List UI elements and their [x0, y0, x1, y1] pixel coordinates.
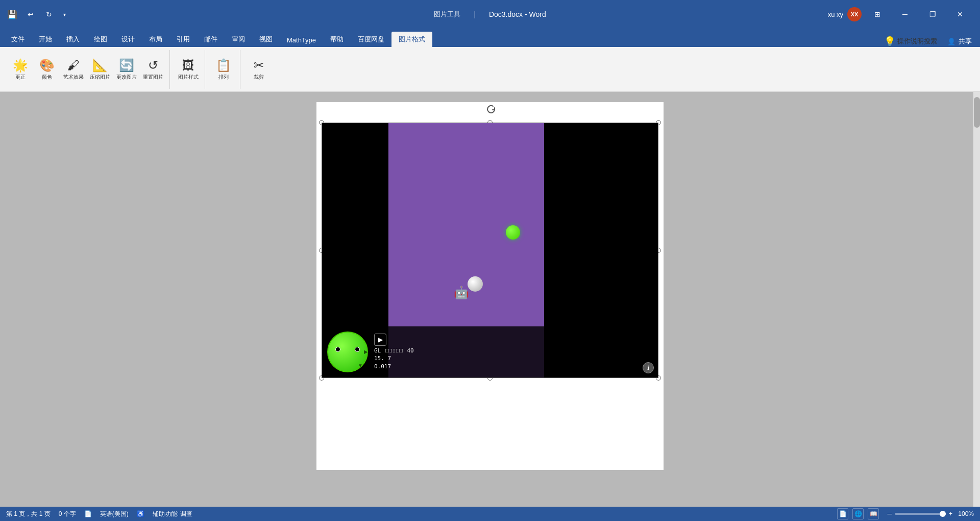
help-search-label[interactable]: 操作说明搜索	[897, 37, 937, 46]
help-icon: 💡	[884, 36, 895, 47]
document-area: 🤖 ▶ ▼ ▶ GL II	[0, 92, 980, 507]
zoom-thumb	[940, 511, 946, 517]
status-right: 📄 🌐 📖 ─ + 100%	[837, 508, 974, 519]
quick-access-toolbar: 💾 ↩ ↻ ▾	[0, 6, 74, 22]
ribbon-toggle-button[interactable]: ⊞	[866, 6, 889, 22]
image-container[interactable]: 🤖 ▶ ▼ ▶ GL II	[322, 123, 658, 378]
more-button[interactable]: ▾	[59, 6, 69, 22]
tab-design[interactable]: 设计	[114, 32, 142, 47]
ribbon-tabs: 文件 开始 插入 绘图 设计 布局 引用 邮件 审阅 视图 MathType 帮…	[0, 29, 980, 47]
zoom-slider[interactable]	[895, 513, 946, 515]
picture-style-button[interactable]: 🖼 图片样式	[176, 54, 201, 85]
share-area: 👤 共享	[947, 37, 972, 46]
user-initials: XX	[851, 11, 859, 17]
stat-num2: 7	[388, 355, 391, 362]
tab-mathtype[interactable]: MathType	[280, 33, 323, 47]
ribbon-group-adjust: 🌟 更正 🎨 颜色 🖌 艺术效果 📐 压缩图片 🔄 更改图片 ↺ 重置图片	[4, 50, 170, 89]
title-bar-center: 图片工具 | Doc3.docx - Word	[434, 10, 546, 19]
compress-button[interactable]: 📐 压缩图片	[88, 54, 112, 85]
corrections-icon: 🌟	[13, 58, 28, 73]
tab-layout[interactable]: 布局	[142, 32, 169, 47]
accessibility-label: 辅助功能: 调查	[153, 510, 193, 518]
crop-button[interactable]: ✂ 裁剪	[247, 54, 271, 85]
undo-button[interactable]: ↩	[22, 6, 39, 22]
page: 🤖 ▶ ▼ ▶ GL II	[316, 102, 664, 470]
tab-file[interactable]: 文件	[4, 32, 32, 47]
zoom-level[interactable]: 100%	[955, 510, 974, 517]
web-view-button[interactable]: 🌐	[852, 508, 864, 519]
ribbon-group-arrange: 📋 排列	[207, 50, 240, 89]
user-info: xu xy XX ⊞ ─ ❐ ✕	[820, 6, 980, 22]
title-bar: 💾 ↩ ↻ ▾ 图片工具 | Doc3.docx - Word xu xy XX…	[0, 0, 980, 29]
play-button[interactable]: ▶	[374, 334, 386, 346]
arrange-icon: 📋	[216, 58, 231, 73]
ball-right-eye	[355, 347, 360, 352]
tab-references[interactable]: 引用	[169, 32, 197, 47]
artistic-button[interactable]: 🖌 艺术效果	[61, 54, 86, 85]
status-left: 第 1 页，共 1 页 0 个字 📄 英语(美国) ♿ 辅助功能: 调查	[6, 510, 192, 518]
artistic-icon: 🖌	[67, 58, 80, 73]
replace-icon: 🔄	[119, 58, 134, 73]
status-bar: 第 1 页，共 1 页 0 个字 📄 英语(美国) ♿ 辅助功能: 调查 📄 🌐…	[0, 507, 980, 521]
minimize-button[interactable]: ─	[893, 6, 917, 22]
tab-review[interactable]: 审阅	[225, 32, 252, 47]
tab-insert[interactable]: 插入	[59, 32, 87, 47]
crop-icon: ✂	[254, 58, 264, 73]
stat-line2: 15.	[374, 355, 384, 362]
proofing-icon: 📄	[84, 510, 92, 517]
redo-button[interactable]: ↻	[41, 6, 57, 22]
ball-left-eye	[335, 347, 340, 352]
tab-help[interactable]: 帮助	[323, 32, 351, 47]
zoom-area: ─ + 100%	[887, 510, 974, 517]
tab-home[interactable]: 开始	[32, 32, 59, 47]
page-info: 第 1 页，共 1 页	[6, 510, 51, 518]
user-avatar[interactable]: XX	[847, 7, 862, 21]
tab-view[interactable]: 视图	[252, 32, 280, 47]
tab-draw[interactable]: 绘图	[87, 32, 114, 47]
accessibility-icon: ♿	[137, 510, 144, 517]
word-count: 0 个字	[59, 510, 76, 518]
rotate-handle[interactable]	[486, 105, 494, 113]
info-button[interactable]: ℹ	[643, 362, 654, 373]
tool-label: 图片工具	[434, 10, 460, 19]
help-search: 💡 操作说明搜索	[880, 36, 941, 47]
read-view-button[interactable]: 📖	[868, 508, 879, 519]
gray-ball	[468, 276, 483, 292]
save-button[interactable]: 💾	[4, 6, 20, 22]
corrections-button[interactable]: 🌟 更正	[8, 54, 33, 85]
tab-baidu[interactable]: 百度网盘	[351, 32, 391, 47]
tab-picture-format[interactable]: 图片格式	[391, 32, 432, 47]
zoom-out-button[interactable]: ─	[887, 510, 892, 517]
stat-num1: 40	[407, 347, 413, 354]
user-name: xu xy	[828, 11, 843, 18]
scroll-thumb[interactable]	[974, 97, 980, 128]
game-character: 🤖	[454, 286, 469, 300]
ribbon-group-style: 🖼 图片样式	[172, 50, 205, 89]
language: 英语(美国)	[100, 510, 129, 518]
restore-button[interactable]: ❐	[921, 6, 944, 22]
color-icon: 🎨	[39, 58, 55, 73]
print-view-button[interactable]: 📄	[837, 508, 848, 519]
stat-time: 0.017	[374, 363, 391, 370]
style-icon: 🖼	[182, 58, 194, 73]
ribbon: 🌟 更正 🎨 颜色 🖌 艺术效果 📐 压缩图片 🔄 更改图片 ↺ 重置图片	[0, 47, 980, 92]
color-button[interactable]: 🎨 颜色	[35, 54, 59, 85]
share-label[interactable]: 共享	[959, 37, 972, 46]
replace-button[interactable]: 🔄 更改图片	[114, 54, 139, 85]
ribbon-group-size: ✂ 裁剪	[242, 50, 275, 89]
scrollbar[interactable]	[973, 92, 980, 507]
stat-gl: GL	[374, 347, 381, 354]
reset-button[interactable]: ↺ 重置图片	[141, 54, 165, 85]
close-button[interactable]: ✕	[948, 6, 972, 22]
green-ball-upper	[506, 225, 520, 240]
game-ui-bar: ▶ ▼ ▶ GL IIIIIII 40 15. 7 0.017 ℹ	[322, 326, 658, 377]
zoom-in-button[interactable]: +	[949, 510, 952, 517]
share-icon: 👤	[947, 38, 955, 45]
compress-icon: 📐	[92, 58, 108, 73]
tab-mail[interactable]: 邮件	[197, 32, 225, 47]
arrange-button[interactable]: 📋 排列	[211, 54, 236, 85]
game-stats: GL IIIIIII 40 15. 7 0.017	[374, 347, 414, 370]
document-title: Doc3.docx - Word	[489, 10, 546, 18]
player-ball: ▶ ▼	[327, 331, 368, 372]
reset-icon: ↺	[148, 58, 158, 73]
